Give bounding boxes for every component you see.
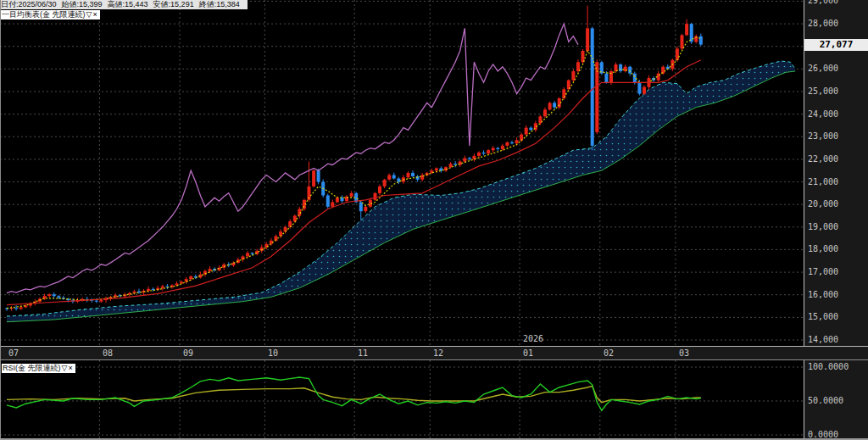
- price-tick-label: 18,000: [808, 245, 838, 253]
- low-value: 安値:15,291: [153, 0, 194, 8]
- price-tick-label: 17,000: [808, 268, 838, 276]
- month-label: 10: [268, 348, 278, 359]
- ichimoku-panel-title: 一目均衡表(金 先限連続): [2, 10, 86, 19]
- rsi-axis: 100.000050.00000.0000: [804, 360, 868, 440]
- price-tick-label: 19,000: [808, 223, 838, 231]
- price-tick-label: 20,000: [808, 200, 838, 209]
- high-value: 高値:15,443: [108, 0, 148, 8]
- price-tick-label: 26,000: [808, 64, 838, 73]
- ichimoku-panel-chip: 一目均衡表(金 先限連続) ▽ ×: [0, 9, 101, 20]
- price-axis: 29,00028,00027,00026,00025,00024,00023,0…: [804, 0, 868, 346]
- time-axis: 070809101112010203: [0, 346, 868, 360]
- rsi-tick-label: 100.0000: [808, 363, 849, 371]
- close-icon[interactable]: ×: [92, 10, 97, 19]
- price-tick-label: 23,000: [808, 132, 838, 141]
- rsi-panel: 100.000050.00000.0000 RSI(金 先限連続) ▽ ×: [0, 360, 868, 440]
- trading-chart-window: 2026 29,00028,00027,00026,00025,00024,00…: [0, 0, 868, 440]
- close-value: 終値:15,384: [199, 0, 240, 8]
- price-tick-label: 28,000: [808, 19, 838, 28]
- month-label: 12: [433, 348, 443, 359]
- price-tick-label: 21,000: [808, 178, 838, 187]
- price-tick-label: 16,000: [808, 291, 838, 299]
- month-label: 08: [103, 348, 113, 359]
- month-label: 01: [523, 348, 533, 359]
- month-label: 11: [358, 348, 368, 359]
- close-icon[interactable]: ×: [68, 364, 72, 373]
- ohlc-info-bar: 日付:2025/06/30始値:15,399高値:15,443安値:15,291…: [0, 0, 248, 9]
- main-chart-canvas[interactable]: 2026: [0, 0, 804, 346]
- month-label: 03: [679, 348, 689, 359]
- rsi-tick-label: 50.0000: [808, 397, 843, 405]
- price-tick-label: 29,000: [808, 0, 838, 5]
- collapse-icon[interactable]: ▽: [62, 364, 68, 373]
- year-label: 2026: [523, 334, 543, 343]
- month-label: 02: [604, 348, 614, 359]
- month-label: 07: [8, 348, 19, 359]
- price-tick-label: 14,000: [808, 336, 838, 344]
- price-tick-label: 25,000: [808, 87, 838, 96]
- collapse-icon[interactable]: ▽: [86, 10, 92, 19]
- price-tick-label: 24,000: [808, 110, 838, 119]
- month-label: 09: [183, 348, 193, 359]
- rsi-chart[interactable]: [0, 360, 804, 440]
- current-price-badge: 27,077: [804, 39, 868, 51]
- rsi-panel-chip: RSI(金 先限連続) ▽ ×: [1, 363, 76, 374]
- ichimoku-chart[interactable]: [0, 0, 804, 346]
- rsi-panel-title: RSI(金 先限連続): [3, 364, 61, 373]
- price-tick-label: 15,000: [808, 313, 838, 321]
- open-value: 始値:15,399: [62, 0, 103, 8]
- price-tick-label: 22,000: [808, 155, 838, 164]
- rsi-chart-canvas[interactable]: [0, 360, 804, 440]
- date-value: 日付:2025/06/30: [1, 0, 57, 8]
- window-left-edge: [0, 0, 1, 440]
